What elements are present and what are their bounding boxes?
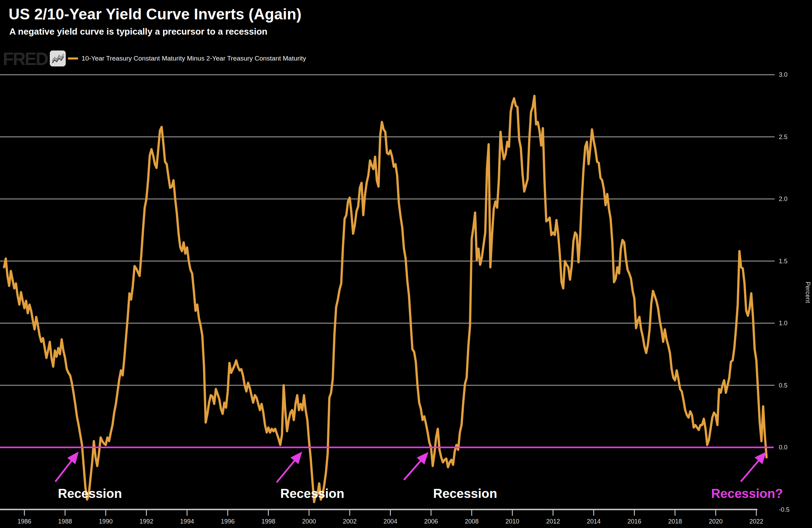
x-tick-label: 1986: [18, 518, 31, 525]
recession-label: Recession?: [711, 486, 783, 501]
x-tick-label: 2000: [302, 518, 316, 525]
yield-curve-chart-canvas: 1986198819901992199419961998200020022004…: [0, 0, 812, 528]
y-tick-label: 1.0: [779, 320, 787, 327]
x-tick-label: 2004: [384, 518, 397, 525]
x-tick-label: 1988: [58, 518, 72, 525]
spread-line: [4, 96, 767, 502]
x-tick-label: 2002: [343, 518, 357, 525]
y-tick-label: -0.5: [779, 506, 790, 513]
x-tick-label: 2014: [587, 518, 601, 525]
x-tick-label: 1996: [221, 518, 234, 525]
y-tick-label: 3.0: [779, 71, 787, 78]
page: US 2/10-Year Yield Curve Inverts (Again)…: [0, 0, 812, 528]
y-tick-label: 0.5: [779, 382, 787, 389]
x-tick-label: 2018: [668, 518, 682, 525]
recession-label: Recession: [58, 486, 122, 501]
x-tick-label: 1992: [139, 518, 153, 525]
x-tick-label: 2016: [627, 518, 641, 525]
y-tick-label: 1.5: [779, 258, 787, 265]
x-tick-label: 1998: [261, 518, 275, 525]
x-tick-label: 2008: [465, 518, 479, 525]
y-tick-label: 2.0: [779, 195, 787, 202]
y-tick-label: 2.5: [779, 134, 787, 140]
recession-arrow: [404, 454, 426, 480]
x-tick-label: 2022: [749, 518, 763, 525]
y-tick-label: 0.0: [779, 444, 787, 451]
recession-label: Recession: [280, 486, 344, 501]
recession-arrow: [55, 454, 77, 482]
x-tick-label: 2012: [546, 518, 560, 525]
recession-arrow: [741, 454, 764, 482]
x-tick-label: 2006: [424, 518, 438, 525]
x-tick-label: 1994: [180, 518, 194, 525]
y-axis-title: Percent: [804, 282, 811, 303]
x-tick-label: 2020: [709, 518, 722, 525]
recession-label: Recession: [433, 486, 497, 501]
x-tick-label: 1990: [99, 518, 113, 525]
recession-arrow: [277, 454, 300, 482]
x-tick-label: 2010: [506, 518, 519, 525]
